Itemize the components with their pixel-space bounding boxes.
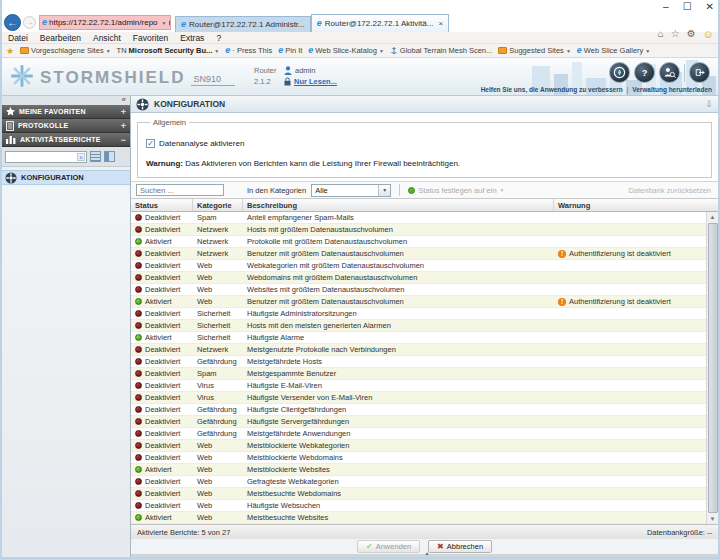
table-toolbar: In den Kategorien Alle ▼ Status festlege…: [131, 181, 718, 199]
sidebar-section-meine-favoriten[interactable]: MEINE FAVORITEN +: [2, 105, 130, 119]
table-row[interactable]: AktiviertWebMeistbesuchte Websites: [131, 512, 718, 524]
help-icon[interactable]: ?: [634, 62, 655, 83]
expand-icon[interactable]: +: [121, 107, 126, 117]
table-row[interactable]: DeaktiviertWebMeistblockierte Webdomains: [131, 452, 718, 464]
favorites-star-icon[interactable]: ☆: [671, 28, 680, 40]
category-select[interactable]: Alle ▼: [311, 184, 391, 197]
table-row[interactable]: DeaktiviertSpamMeistgespammte Benutzer: [131, 368, 718, 380]
sidebar-section-aktivitaetsberichte[interactable]: AKTIVITÄTSBERICHTE −: [2, 133, 130, 147]
menu-hilfe[interactable]: ?: [216, 33, 221, 43]
table-row[interactable]: DeaktiviertVirusHäufigste E-Mail-Viren: [131, 380, 718, 392]
list-view-icon[interactable]: [90, 151, 101, 162]
fav-suggested-sites[interactable]: Suggested Sites▼: [498, 46, 571, 55]
table-row[interactable]: DeaktiviertSicherheitHosts mit den meist…: [131, 320, 718, 332]
scrollbar-thumb[interactable]: [708, 223, 718, 513]
fav-web-slice-katalog[interactable]: e Web Slice-Katalog▼: [308, 46, 384, 55]
minimize-button[interactable]: –: [663, 1, 669, 12]
read-only-link[interactable]: Nur Lesen...: [294, 76, 337, 87]
back-button[interactable]: ←: [4, 14, 21, 31]
cancel-button[interactable]: ✖ Abbrechen: [428, 540, 492, 553]
column-kategorie[interactable]: Kategorie: [193, 199, 243, 211]
column-status[interactable]: Status: [131, 199, 193, 211]
maximize-button[interactable]: ☐: [683, 1, 692, 12]
forward-button[interactable]: →: [23, 16, 36, 29]
data-analysis-label[interactable]: Datenanalyse aktivieren: [159, 139, 244, 148]
table-row[interactable]: DeaktiviertGefährdungMeistgefährdete Anw…: [131, 428, 718, 440]
add-favorite-icon[interactable]: ★: [6, 46, 14, 56]
sidebar-search-input[interactable]: ×: [5, 151, 87, 163]
menu-ansicht[interactable]: Ansicht: [93, 33, 121, 43]
tab-activity-reports[interactable]: e Router@172.22.72.1 Aktivitä... ×: [311, 14, 449, 32]
table-row[interactable]: DeaktiviertGefährdungHäufigste Servergef…: [131, 416, 718, 428]
data-analysis-checkbox[interactable]: ✓: [146, 139, 155, 148]
menu-datei[interactable]: Datei: [8, 33, 28, 43]
menu-favoriten[interactable]: Favoriten: [133, 33, 168, 43]
fav-pin-it[interactable]: e Pin It: [278, 46, 302, 55]
sidebar-section-protokolle[interactable]: PROTOKOLLE +: [2, 119, 130, 133]
clear-search-icon[interactable]: ×: [77, 153, 85, 161]
search-input[interactable]: [136, 184, 224, 196]
logout-icon[interactable]: [689, 62, 710, 83]
sidebar-item-konfiguration[interactable]: KONFIGURATION: [2, 170, 130, 185]
fav-web-slice-gallery[interactable]: e Web Slice Gallery▼: [577, 46, 650, 55]
menu-extras[interactable]: Extras: [180, 33, 204, 43]
table-row[interactable]: AktiviertSicherheitHäufigste Alarme: [131, 332, 718, 344]
collapse-handle-icon[interactable]: ▲: [425, 550, 430, 556]
table-row[interactable]: DeaktiviertWebMeistbesuchte Webdomains: [131, 488, 718, 500]
tab-close-icon[interactable]: ×: [438, 19, 443, 28]
general-settings-area: Allgemein ✓ Datenanalyse aktivieren Warn…: [131, 113, 718, 181]
fav-vorgeschlagene-sites[interactable]: Vorgeschlagene Sites▼: [20, 46, 111, 55]
table-row[interactable]: DeaktiviertWebMeistblockierte Webkategor…: [131, 440, 718, 452]
pin-panel-icon[interactable]: ⇩: [705, 99, 713, 109]
download-admin-link[interactable]: Verwaltung herunterladen: [632, 86, 712, 93]
table-row[interactable]: DeaktiviertGefährdungMeistgefährdete Hos…: [131, 356, 718, 368]
table-row[interactable]: DeaktiviertNetzwerkBenutzer mit größtem …: [131, 248, 718, 260]
status-cell: Deaktiviert: [131, 345, 193, 354]
table-row[interactable]: DeaktiviertWebHäufigste Websuchen: [131, 500, 718, 512]
improve-app-link[interactable]: Helfen Sie uns, die Anwendung zu verbess…: [481, 86, 623, 93]
set-status-on-button[interactable]: Status festlegen auf ein ▼: [408, 186, 504, 195]
fav-global-terrain[interactable]: Global Terrain Mesh Scen...: [390, 46, 492, 55]
table-row[interactable]: AktiviertWebBenutzer mit größtem Datenau…: [131, 296, 718, 308]
table-row[interactable]: DeaktiviertNetzwerkMeistgenutzte Protoko…: [131, 344, 718, 356]
table-row[interactable]: DeaktiviertVirusHäufigste Versender von …: [131, 392, 718, 404]
collapse-icon[interactable]: −: [121, 135, 126, 145]
column-warnung[interactable]: Warnung: [554, 199, 718, 211]
reset-database-button[interactable]: Datenbank zurücksetzen: [628, 186, 713, 195]
support-search-icon[interactable]: [659, 62, 680, 83]
table-row[interactable]: AktiviertWebMeistblockierte Websites: [131, 464, 718, 476]
settings-gear-icon[interactable]: ⚙: [687, 28, 696, 40]
certificate-error-icon[interactable]: ✕: [169, 19, 172, 27]
table-row[interactable]: DeaktiviertSpamAnteil empfangener Spam-M…: [131, 212, 718, 224]
table-row[interactable]: DeaktiviertWebGefragteste Webkategorien: [131, 476, 718, 488]
dashboard-compass-icon[interactable]: [609, 62, 630, 83]
tree-view-icon[interactable]: [104, 151, 115, 162]
scroll-down-icon[interactable]: ▼: [710, 514, 716, 524]
feedback-smiley-icon[interactable]: ☺: [703, 28, 714, 40]
address-dropdown-icon[interactable]: ▼: [162, 20, 167, 26]
fav-press-this[interactable]: e · Press This: [225, 46, 272, 55]
table-scrollbar[interactable]: ▲ ▼: [706, 212, 718, 524]
tab-administration[interactable]: e Router@172.22.72.1 Administr...: [175, 16, 311, 32]
table-row[interactable]: DeaktiviertWebWebdomains mit größtem Dat…: [131, 272, 718, 284]
url-text[interactable]: https://172.22.72.1/admin/repo: [49, 18, 158, 27]
chevron-down-icon[interactable]: ▼: [378, 185, 390, 196]
table-row[interactable]: DeaktiviertWebWebsites mit größtem Daten…: [131, 284, 718, 296]
menu-bearbeiten[interactable]: Bearbeiten: [40, 33, 81, 43]
expand-icon[interactable]: +: [121, 121, 126, 131]
table-row[interactable]: AktiviertNetzwerkProtokolle mit größtem …: [131, 236, 718, 248]
scroll-up-icon[interactable]: ▲: [710, 212, 716, 222]
address-bar[interactable]: e https://172.22.72.1/admin/repo ▼ ✕ Zer…: [39, 15, 171, 30]
description-cell: Häufigste Administratorsitzungen: [243, 309, 554, 318]
status-cell: Aktiviert: [131, 333, 193, 342]
home-icon[interactable]: ⌂: [658, 28, 664, 40]
apply-button[interactable]: ✔ Anwenden: [357, 540, 420, 553]
collapse-sidebar-icon[interactable]: «: [122, 95, 126, 104]
table-row[interactable]: DeaktiviertSicherheitHäufigste Administr…: [131, 308, 718, 320]
close-button[interactable]: ✕: [706, 1, 714, 12]
table-row[interactable]: DeaktiviertNetzwerkHosts mit größtem Dat…: [131, 224, 718, 236]
fav-microsoft-security[interactable]: TN Microsoft Security Bu...▼: [117, 46, 220, 55]
column-beschreibung[interactable]: Beschreibung: [243, 199, 554, 211]
table-row[interactable]: DeaktiviertWebWebkategorien mit größtem …: [131, 260, 718, 272]
table-row[interactable]: DeaktiviertGefährdungHäufigste Clientgef…: [131, 404, 718, 416]
